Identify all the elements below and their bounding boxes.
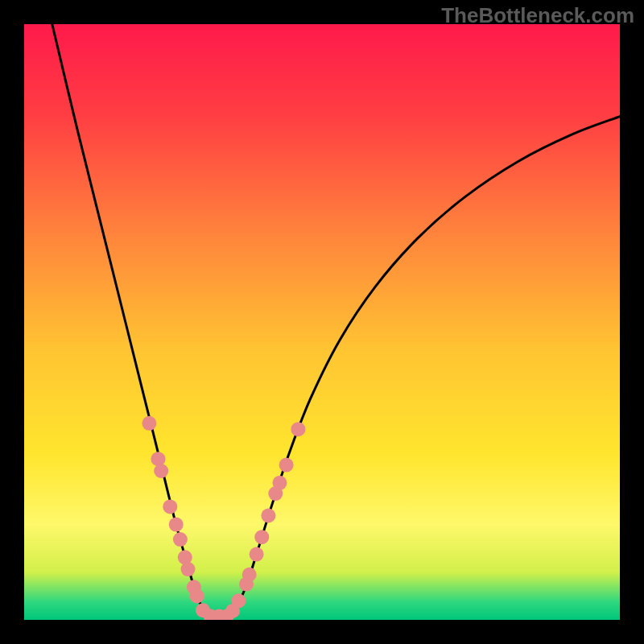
svg-point-6 [173, 532, 188, 547]
svg-point-20 [254, 530, 269, 544]
plot-background [24, 24, 620, 620]
svg-point-23 [272, 476, 287, 490]
chart-canvas: TheBottleneck.com [0, 0, 644, 644]
svg-point-21 [261, 509, 275, 523]
svg-point-3 [154, 464, 168, 478]
svg-point-16 [231, 593, 246, 608]
svg-point-4 [163, 499, 177, 514]
svg-point-10 [190, 588, 204, 603]
chart-svg [0, 0, 644, 644]
svg-point-5 [169, 518, 184, 532]
svg-point-25 [291, 422, 305, 436]
svg-point-1 [142, 416, 156, 431]
svg-point-19 [250, 547, 264, 562]
svg-point-24 [279, 458, 294, 473]
svg-point-18 [242, 568, 257, 582]
svg-point-8 [181, 562, 196, 576]
watermark-text: TheBottleneck.com [441, 3, 634, 28]
